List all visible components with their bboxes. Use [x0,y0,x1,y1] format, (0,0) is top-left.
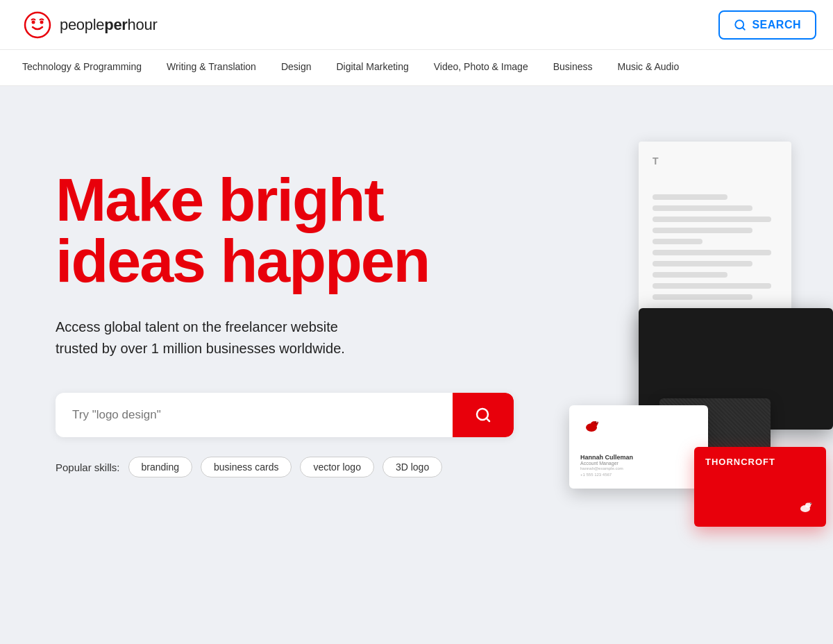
skill-tag-business-cards[interactable]: business cards [201,457,292,477]
navigation: Technology & Programming Writing & Trans… [0,50,833,86]
popular-skills-label: Popular skills: [56,461,120,473]
logo-icon [22,10,53,40]
svg-point-15 [809,502,812,505]
nav-item-tech[interactable]: Technology & Programming [22,50,154,85]
hero-content: Make bright ideas happen Access global t… [0,86,528,519]
logo[interactable]: peopleperhour [22,10,157,40]
svg-point-16 [810,503,811,505]
hero-image-area: T [555,142,833,641]
svg-point-12 [597,422,598,423]
popular-skills-area: Popular skills: branding business cards … [56,457,472,477]
nav-item-music[interactable]: Music & Audio [605,50,692,85]
nav-item-writing[interactable]: Writing & Translation [154,50,269,85]
svg-line-7 [487,418,489,421]
skill-tag-vector-logo[interactable]: vector logo [300,457,373,477]
white-business-card: Hannah Culleman Account Manager hannah@e… [569,405,708,489]
header-search-button[interactable]: SEARCH [718,10,816,40]
header-search-label: SEARCH [752,19,801,31]
thorncroft-bird-icon [796,498,815,517]
nav-item-video[interactable]: Video, Photo & Image [421,50,541,85]
skill-tag-branding[interactable]: branding [128,457,193,477]
search-input[interactable] [56,393,453,437]
hero-subtext: Access global talent on the freelancer w… [56,316,472,359]
svg-point-3 [40,20,44,24]
nav-item-business[interactable]: Business [541,50,605,85]
svg-point-2 [32,20,35,24]
logo-text: peopleperhour [60,16,157,34]
header: peopleperhour SEARCH [0,0,833,50]
hero-section: Make bright ideas happen Access global t… [0,86,833,644]
search-bar [56,393,514,437]
search-submit-icon [475,407,491,423]
svg-point-10 [594,421,598,424]
hero-headline: Make bright ideas happen [56,169,472,291]
search-submit-button[interactable] [453,393,514,437]
skill-tag-3d-logo[interactable]: 3D logo [382,457,442,477]
nav-item-design[interactable]: Design [269,50,324,85]
bird-icon [580,415,603,437]
svg-point-1 [25,12,50,37]
header-search-icon [734,19,746,31]
svg-line-5 [743,27,745,29]
thorncroft-label: THORNCROFT [705,457,815,467]
cards-mockup: T [555,142,833,641]
red-business-card: THORNCROFT [694,447,826,527]
nav-item-digital-marketing[interactable]: Digital Marketing [323,50,421,85]
